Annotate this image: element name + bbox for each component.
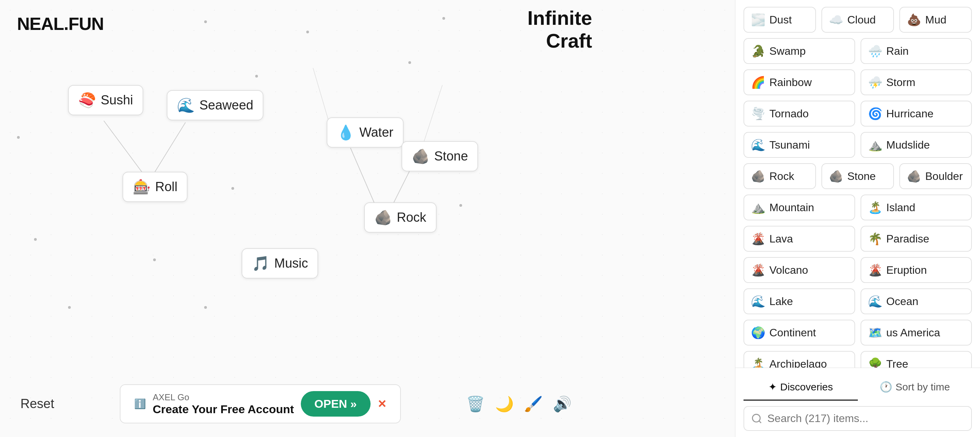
volume-button[interactable]: 🔊	[553, 395, 572, 413]
tsunami-label: Tsunami	[769, 139, 810, 151]
ocean-label: Ocean	[886, 295, 918, 308]
sidebar-row-8: 🌋 Volcano 🌋 Eruption	[743, 257, 972, 283]
sidebar-items-list: 🌫️ Dust ☁️ Cloud 💩 Mud 🐊 Swamp	[735, 0, 980, 368]
sidebar-item-paradise[interactable]: 🌴 Paradise	[861, 226, 972, 252]
sidebar-item-dust[interactable]: 🌫️ Dust	[743, 7, 816, 33]
sidebar-item-boulder[interactable]: 🪨 Boulder	[899, 163, 972, 189]
dot	[17, 136, 20, 139]
america-emoji: 🗺️	[868, 326, 882, 339]
sidebar-row-5: 🪨 Rock 🪨 Stone 🪨 Boulder	[743, 163, 972, 189]
sidebar-row-11: 🏝️ Archipelago 🌳 Tree	[743, 351, 972, 368]
sidebar-item-cloud[interactable]: ☁️ Cloud	[821, 7, 894, 33]
eruption-emoji: 🌋	[868, 263, 882, 277]
paradise-emoji: 🌴	[868, 232, 882, 246]
sidebar-item-rain[interactable]: 🌧️ Rain	[861, 38, 972, 64]
dust-emoji: 🌫️	[751, 13, 765, 27]
sidebar-item-stone[interactable]: 🪨 Stone	[821, 163, 894, 189]
icon-toolbar: 🗑️ 🌙 🖌️ 🔊	[466, 395, 572, 413]
logo[interactable]: NEAL.FUN	[17, 14, 104, 34]
stone-sidebar-label: Stone	[847, 170, 876, 183]
sidebar-item-lake[interactable]: 🌊 Lake	[743, 288, 855, 314]
node-rock[interactable]: 🪨 Rock	[364, 202, 437, 233]
water-label: Water	[360, 125, 393, 140]
boulder-label: Boulder	[925, 170, 963, 183]
moon-button[interactable]: 🌙	[495, 395, 514, 413]
sidebar-row-2: 🌈 Rainbow ⛈️ Storm	[743, 69, 972, 95]
mountain-emoji: ⛰️	[751, 201, 765, 214]
sidebar-item-tsunami[interactable]: 🌊 Tsunami	[743, 132, 855, 158]
sidebar-item-mud[interactable]: 💩 Mud	[899, 7, 972, 33]
sidebar-row-7: 🌋 Lava 🌴 Paradise	[743, 226, 972, 252]
sidebar-item-hurricane[interactable]: 🌀 Hurricane	[861, 101, 972, 127]
tab-sort-by-time[interactable]: 🕐 Sort by time	[858, 374, 972, 400]
dot	[68, 306, 71, 309]
island-label: Island	[886, 201, 915, 214]
sidebar-item-storm[interactable]: ⛈️ Storm	[861, 69, 972, 95]
roll-emoji: 🎰	[133, 178, 150, 195]
music-label: Music	[274, 256, 308, 271]
island-emoji: 🏝️	[868, 201, 882, 214]
volcano-label: Volcano	[769, 264, 808, 277]
archipelago-label: Archipelago	[769, 358, 827, 368]
dot	[442, 17, 445, 20]
ad-cta: Create Your Free Account	[153, 403, 294, 416]
sidebar-item-swamp[interactable]: 🐊 Swamp	[743, 38, 855, 64]
sidebar-item-island[interactable]: 🏝️ Island	[861, 194, 972, 220]
node-roll[interactable]: 🎰 Roll	[123, 172, 188, 202]
sidebar-item-mountain[interactable]: ⛰️ Mountain	[743, 194, 855, 220]
dot	[255, 75, 258, 78]
node-music[interactable]: 🎵 Music	[242, 248, 318, 278]
reset-button[interactable]: Reset	[21, 397, 54, 411]
ad-close-button[interactable]: ✕	[377, 397, 387, 410]
lake-label: Lake	[769, 295, 793, 308]
canvas-area[interactable]: NEAL.FUN Infinite Craft	[0, 0, 735, 437]
dust-label: Dust	[769, 14, 792, 26]
stone-emoji: 🪨	[412, 148, 430, 165]
water-emoji: 💧	[337, 124, 355, 141]
tornado-label: Tornado	[769, 108, 809, 120]
stone-sidebar-emoji: 🪨	[829, 169, 843, 183]
dot	[231, 187, 234, 190]
eruption-label: Eruption	[886, 264, 927, 277]
sidebar-item-tree[interactable]: 🌳 Tree	[861, 351, 972, 368]
sidebar-row-10: 🌍 Continent 🗺️ us America	[743, 320, 972, 345]
sidebar-row-6: ⛰️ Mountain 🏝️ Island	[743, 194, 972, 220]
sidebar-item-tornado[interactable]: 🌪️ Tornado	[743, 101, 855, 127]
mountain-label: Mountain	[769, 201, 814, 214]
sidebar-item-rock[interactable]: 🪨 Rock	[743, 163, 816, 189]
svg-point-6	[752, 414, 760, 422]
sidebar-item-ocean[interactable]: 🌊 Ocean	[861, 288, 972, 314]
dot	[204, 21, 207, 23]
bottom-toolbar: Reset ℹ️ AXEL Go Create Your Free Accoun…	[0, 384, 592, 423]
node-stone[interactable]: 🪨 Stone	[401, 141, 478, 172]
sidebar-item-volcano[interactable]: 🌋 Volcano	[743, 257, 855, 283]
node-water[interactable]: 💧 Water	[327, 117, 404, 148]
rainbow-label: Rainbow	[769, 76, 812, 89]
sidebar-bottom: ✦ Discoveries 🕐 Sort by time	[735, 368, 980, 437]
sidebar-item-rainbow[interactable]: 🌈 Rainbow	[743, 69, 855, 95]
ad-brand: AXEL Go	[153, 392, 294, 403]
sidebar-item-america[interactable]: 🗺️ us America	[861, 320, 972, 345]
brush-button[interactable]: 🖌️	[524, 395, 543, 413]
craft-title: Infinite Craft	[527, 7, 592, 52]
sidebar: 🌫️ Dust ☁️ Cloud 💩 Mud 🐊 Swamp	[735, 0, 980, 437]
stone-label: Stone	[434, 149, 468, 164]
node-sushi[interactable]: 🍣 Sushi	[68, 85, 143, 115]
music-emoji: 🎵	[252, 255, 269, 272]
sidebar-item-archipelago[interactable]: 🏝️ Archipelago	[743, 351, 855, 368]
sidebar-item-eruption[interactable]: 🌋 Eruption	[861, 257, 972, 283]
node-seaweed[interactable]: 🌊 Seaweed	[167, 90, 263, 121]
ad-open-button[interactable]: OPEN »	[301, 391, 371, 416]
lake-emoji: 🌊	[751, 294, 765, 308]
sidebar-item-continent[interactable]: 🌍 Continent	[743, 320, 855, 345]
mud-emoji: 💩	[907, 13, 921, 27]
trash-button[interactable]: 🗑️	[466, 395, 485, 413]
archipelago-emoji: 🏝️	[751, 357, 765, 368]
svg-line-4	[313, 68, 330, 126]
discoveries-label: Discoveries	[780, 381, 833, 393]
tab-discoveries[interactable]: ✦ Discoveries	[743, 374, 858, 400]
sidebar-item-mudslide[interactable]: ⛰️ Mudslide	[861, 132, 972, 158]
search-input[interactable]	[767, 412, 964, 425]
sidebar-item-lava[interactable]: 🌋 Lava	[743, 226, 855, 252]
sidebar-row-3: 🌪️ Tornado 🌀 Hurricane	[743, 101, 972, 127]
